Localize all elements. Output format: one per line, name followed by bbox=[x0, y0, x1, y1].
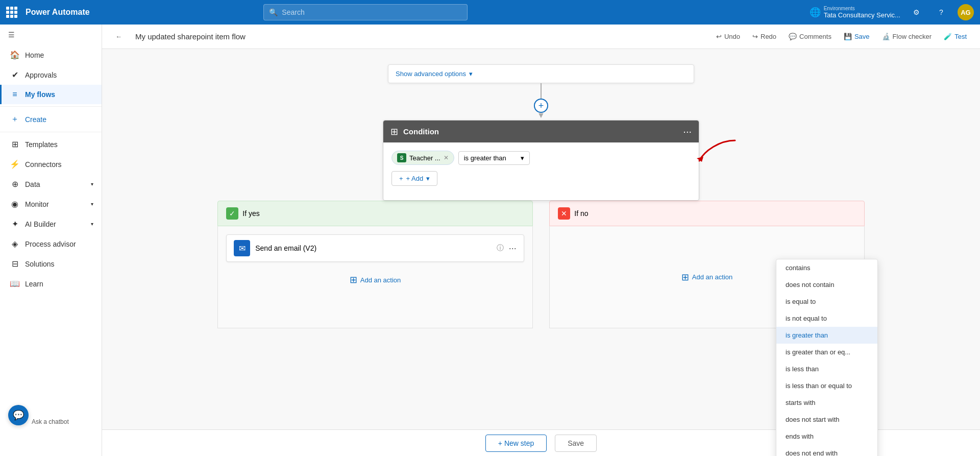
send-email-card: ✉ Send an email (V2) ⓘ ··· bbox=[226, 234, 524, 262]
redo-button[interactable]: ↪ Redo bbox=[747, 30, 781, 43]
action-more-button[interactable]: ··· bbox=[509, 243, 517, 254]
test-icon: 🧪 bbox=[944, 33, 952, 40]
flows-icon: ≡ bbox=[10, 90, 20, 99]
flow-checker-button[interactable]: 🔬 Flow checker bbox=[877, 30, 937, 43]
email-icon: ✉ bbox=[234, 240, 250, 256]
ask-chatbot-label: Ask a chatbot bbox=[32, 418, 69, 425]
dropdown-item-does-not-start-with[interactable]: does not start with bbox=[776, 411, 877, 428]
topbar-right: 🌐 Environments Tata Consultancy Servic..… bbox=[810, 4, 974, 20]
connector-line bbox=[541, 83, 542, 99]
sidebar-item-process-advisor[interactable]: ◈ Process advisor bbox=[0, 234, 102, 254]
save-bottom-button[interactable]: Save bbox=[555, 435, 597, 452]
canvas-inner: Show advanced options ▾ + ▼ ⊞ Conditio bbox=[199, 49, 883, 379]
process-icon: ◈ bbox=[10, 239, 20, 249]
chatbot-button[interactable]: 💬 bbox=[8, 405, 29, 425]
branch-yes-header: ✓ If yes bbox=[217, 201, 533, 226]
dropdown-item-is-less-than[interactable]: is less than bbox=[776, 361, 877, 377]
home-icon: 🏠 bbox=[10, 50, 20, 60]
condition-row: S Teacher ... ✕ is greater than ▾ bbox=[391, 151, 691, 165]
sidebar-item-data[interactable]: ⊕ Data ▾ bbox=[0, 174, 102, 194]
test-button[interactable]: 🧪 Test bbox=[939, 30, 972, 43]
show-advanced-options[interactable]: Show advanced options ▾ bbox=[388, 65, 694, 83]
token-close-button[interactable]: ✕ bbox=[444, 154, 449, 161]
comments-icon: 💬 bbox=[789, 33, 797, 40]
env-name: Tata Consultancy Servic... bbox=[824, 11, 900, 19]
waffle-icon[interactable] bbox=[6, 7, 17, 18]
operator-dropdown: contains does not contain is equal to is… bbox=[776, 259, 878, 456]
ai-icon: ✦ bbox=[10, 219, 20, 229]
solutions-icon: ⊟ bbox=[10, 259, 20, 269]
topbar: Power Automate 🔍 🌐 Environments Tata Con… bbox=[0, 0, 980, 25]
redo-icon: ↪ bbox=[752, 33, 758, 40]
add-action-no-button[interactable]: ⊞ Add an action bbox=[681, 268, 733, 287]
dropdown-item-is-equal-to[interactable]: is equal to bbox=[776, 293, 877, 310]
search-input[interactable] bbox=[282, 8, 462, 16]
branch-no-header: ✕ If no bbox=[549, 201, 865, 226]
dropdown-item-does-not-contain[interactable]: does not contain bbox=[776, 276, 877, 293]
sidebar-item-approvals[interactable]: ✔ Approvals bbox=[0, 65, 102, 85]
back-button[interactable]: ← bbox=[110, 30, 127, 43]
sidebar-item-learn[interactable]: 📖 Learn bbox=[0, 274, 102, 294]
sidebar-item-create[interactable]: ＋ Create bbox=[0, 109, 102, 130]
dropdown-item-is-greater-than[interactable]: is greater than bbox=[776, 327, 877, 344]
env-label: Environments bbox=[824, 6, 900, 11]
sidebar-toggle[interactable]: ☰ bbox=[0, 25, 102, 45]
sidebar-item-connectors[interactable]: ⚡ Connectors bbox=[0, 154, 102, 174]
comments-button[interactable]: 💬 Comments bbox=[783, 30, 837, 43]
chevron-down-icon: ▾ bbox=[469, 70, 473, 78]
flow-toolbar: ← My updated sharepoint item flow ↩ Undo… bbox=[102, 25, 980, 49]
save-icon: 💾 bbox=[844, 33, 852, 40]
chevron-down-icon: ▾ bbox=[426, 175, 430, 182]
save-button[interactable]: 💾 Save bbox=[839, 30, 875, 43]
sidebar-item-monitor[interactable]: ◉ Monitor ▾ bbox=[0, 194, 102, 214]
branch-yes-content: ✉ Send an email (V2) ⓘ ··· ⊞ Add an acti… bbox=[217, 226, 533, 328]
token-pill[interactable]: S Teacher ... ✕ bbox=[391, 151, 454, 165]
check-yes-icon: ✓ bbox=[226, 207, 238, 220]
branch-yes: ✓ If yes ✉ Send an email (V2) ⓘ bbox=[209, 201, 541, 328]
condition-card: ⊞ Condition ··· S Teacher ... ✕ bbox=[383, 120, 699, 201]
sidebar-item-my-flows[interactable]: ≡ My flows bbox=[0, 85, 102, 104]
dropdown-item-is-greater-than-or-eq[interactable]: is greater than or eq... bbox=[776, 344, 877, 361]
toolbar-actions: ↩ Undo ↪ Redo 💬 Comments 💾 Save 🔬 F bbox=[711, 30, 972, 43]
monitor-icon: ◉ bbox=[10, 199, 20, 209]
sidebar-item-templates[interactable]: ⊞ Templates bbox=[0, 134, 102, 154]
approvals-icon: ✔ bbox=[10, 70, 20, 80]
add-row: + + Add ▾ bbox=[391, 171, 691, 186]
dropdown-item-starts-with[interactable]: starts with bbox=[776, 394, 877, 411]
help-icon[interactable]: ? bbox=[933, 4, 949, 20]
undo-button[interactable]: ↩ Undo bbox=[711, 30, 745, 43]
dropdown-item-is-not-equal-to[interactable]: is not equal to bbox=[776, 310, 877, 327]
search-bar[interactable]: 🔍 bbox=[263, 4, 468, 20]
annotation-arrow bbox=[694, 135, 740, 166]
add-action-yes-button[interactable]: ⊞ Add an action bbox=[350, 270, 401, 290]
search-icon: 🔍 bbox=[269, 8, 278, 16]
condition-more-button[interactable]: ··· bbox=[683, 126, 692, 137]
environment-info[interactable]: 🌐 Environments Tata Consultancy Servic..… bbox=[810, 6, 900, 19]
canvas: Show advanced options ▾ + ▼ ⊞ Conditio bbox=[102, 49, 980, 456]
help-icon[interactable]: ⓘ bbox=[497, 244, 504, 253]
sidebar-item-home[interactable]: 🏠 Home bbox=[0, 45, 102, 65]
add-condition-button[interactable]: + + Add ▾ bbox=[391, 171, 437, 186]
trigger-card: Show advanced options ▾ bbox=[388, 64, 694, 83]
avatar[interactable]: AG bbox=[958, 4, 974, 20]
chevron-down-icon: ▾ bbox=[91, 181, 93, 187]
app-name: Power Automate bbox=[26, 8, 90, 17]
chevron-down-icon: ▾ bbox=[91, 221, 93, 227]
app-logo: Power Automate bbox=[26, 8, 90, 17]
sidebar-item-ai-builder[interactable]: ✦ AI Builder ▾ bbox=[0, 214, 102, 234]
connectors-icon: ⚡ bbox=[10, 159, 20, 169]
condition-header: ⊞ Condition ··· bbox=[383, 121, 699, 142]
dropdown-item-does-not-end-with[interactable]: does not end with bbox=[776, 445, 877, 456]
dropdown-item-contains[interactable]: contains bbox=[776, 259, 877, 276]
settings-icon[interactable]: ⚙ bbox=[909, 4, 925, 20]
operator-select[interactable]: is greater than ▾ bbox=[458, 151, 530, 165]
connector: + ▼ bbox=[534, 83, 548, 120]
condition-area: ⊞ Condition ··· S Teacher ... ✕ bbox=[383, 120, 699, 201]
condition-body: S Teacher ... ✕ is greater than ▾ bbox=[383, 142, 699, 200]
dropdown-item-ends-with[interactable]: ends with bbox=[776, 428, 877, 445]
sidebar-item-solutions[interactable]: ⊟ Solutions bbox=[0, 254, 102, 274]
new-step-button[interactable]: + New step bbox=[485, 435, 547, 452]
condition-icon: ⊞ bbox=[390, 126, 398, 137]
dropdown-item-is-less-than-or-equal-to[interactable]: is less than or equal to bbox=[776, 377, 877, 394]
arrow-down-icon: ▼ bbox=[537, 111, 545, 120]
